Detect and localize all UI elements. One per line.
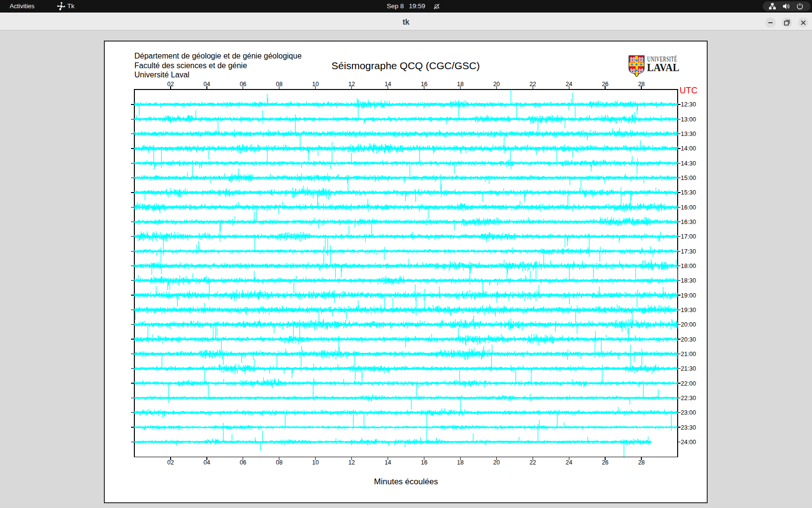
svg-text:18:30: 18:30	[681, 277, 696, 284]
svg-text:14:30: 14:30	[681, 160, 696, 166]
svg-text:15:30: 15:30	[681, 189, 696, 196]
svg-text:Minutes écoulées: Minutes écoulées	[374, 477, 437, 486]
svg-text:22: 22	[529, 459, 536, 466]
svg-text:14:00: 14:00	[681, 145, 696, 152]
svg-text:UTC: UTC	[680, 85, 697, 95]
svg-text:16:00: 16:00	[681, 204, 696, 210]
svg-text:06: 06	[239, 459, 246, 466]
svg-text:21:30: 21:30	[681, 365, 696, 372]
svg-text:22:00: 22:00	[681, 380, 696, 387]
svg-text:28: 28	[638, 80, 645, 87]
svg-text:23:30: 23:30	[681, 424, 696, 431]
svg-text:16: 16	[420, 459, 427, 466]
svg-text:17:30: 17:30	[681, 248, 696, 254]
svg-text:08: 08	[276, 459, 282, 466]
svg-text:22:30: 22:30	[681, 394, 696, 401]
svg-text:10: 10	[312, 459, 319, 466]
svg-text:04: 04	[203, 80, 210, 87]
svg-text:24: 24	[566, 80, 572, 87]
svg-text:19:00: 19:00	[681, 292, 696, 299]
svg-text:Département de géologie et de: Département de géologie et de génie géol…	[134, 52, 302, 60]
svg-text:LAVAL: LAVAL	[647, 60, 679, 74]
svg-text:13:30: 13:30	[681, 131, 696, 137]
svg-text:24: 24	[566, 459, 572, 466]
svg-text:16: 16	[420, 80, 427, 87]
svg-text:20:00: 20:00	[681, 321, 696, 328]
svg-text:Faculté des sciences et de gén: Faculté des sciences et de génie	[134, 61, 247, 69]
svg-text:20: 20	[493, 80, 500, 87]
svg-text:19:30: 19:30	[681, 306, 696, 313]
svg-text:02: 02	[167, 459, 174, 466]
svg-text:Séismographe QCQ (CGC/GSC): Séismographe QCQ (CGC/GSC)	[331, 60, 479, 71]
svg-text:23:00: 23:00	[681, 409, 696, 416]
svg-text:18: 18	[457, 459, 464, 466]
svg-text:12: 12	[348, 459, 355, 466]
svg-text:17:00: 17:00	[681, 233, 696, 240]
svg-text:12: 12	[348, 80, 355, 87]
svg-text:Université Laval: Université Laval	[134, 70, 189, 78]
svg-text:04: 04	[203, 459, 210, 466]
svg-text:16:30: 16:30	[681, 218, 696, 225]
svg-text:18: 18	[457, 80, 464, 87]
svg-text:12:30: 12:30	[681, 101, 696, 108]
svg-text:20:30: 20:30	[681, 336, 696, 343]
svg-text:18:00: 18:00	[681, 262, 696, 269]
svg-text:06: 06	[239, 80, 246, 87]
svg-text:14: 14	[384, 80, 391, 87]
svg-text:10: 10	[312, 80, 319, 87]
svg-text:02: 02	[167, 80, 174, 87]
svg-text:13:00: 13:00	[681, 116, 696, 122]
svg-text:14: 14	[384, 459, 391, 466]
svg-text:26: 26	[602, 80, 609, 87]
svg-text:21:00: 21:00	[681, 350, 696, 357]
svg-text:22: 22	[529, 80, 536, 87]
svg-text:26: 26	[602, 459, 609, 466]
svg-text:20: 20	[493, 459, 500, 466]
svg-text:28: 28	[638, 459, 645, 466]
svg-text:08: 08	[276, 80, 282, 87]
svg-text:15:00: 15:00	[681, 174, 696, 181]
svg-text:24:00: 24:00	[681, 438, 696, 445]
